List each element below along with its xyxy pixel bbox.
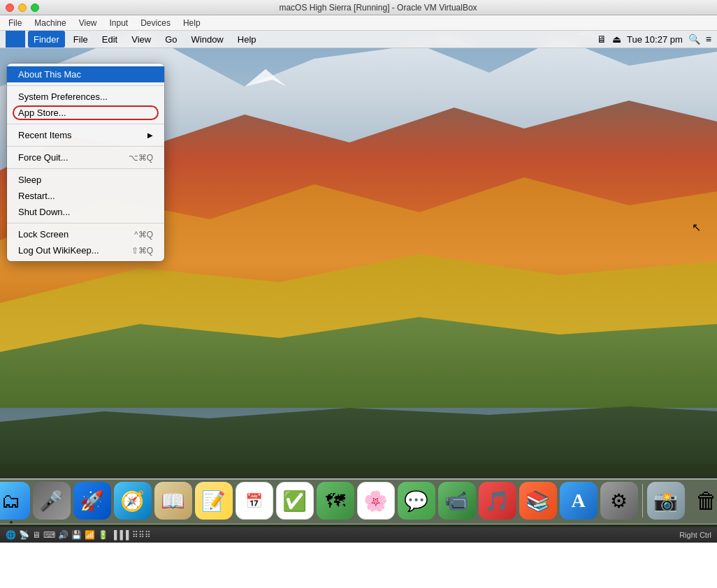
vbox-title: macOS High Sierra [Running] - Oracle VM … — [45, 3, 711, 13]
status-sound-icon: 🔊 — [58, 530, 68, 540]
menu-system-preferences[interactable]: System Preferences... — [7, 89, 164, 105]
dock-photos2[interactable]: 📖 — [154, 482, 192, 520]
status-bars-icon: ▐▐▐ — [111, 530, 129, 540]
vbox-menu-file[interactable]: File — [3, 17, 27, 29]
vbox-window-controls[interactable] — [6, 3, 39, 12]
menu-sleep[interactable]: Sleep — [7, 172, 164, 188]
dock-music[interactable]: 🎵 — [479, 482, 516, 520]
file-menu-item[interactable]: File — [68, 31, 94, 47]
separator-4 — [7, 168, 164, 169]
vbox-minimize-button[interactable] — [18, 3, 27, 12]
dock-area: 🗂 🎤 🚀 🧭 📖 📝 — [0, 469, 717, 527]
clock: Tue 10:27 pm — [627, 34, 683, 45]
status-more-icons: ⠿⠿⠿ — [132, 530, 151, 540]
window-menu-item[interactable]: Window — [186, 31, 229, 47]
display-icon: 🖥 — [597, 34, 607, 45]
notification-icon[interactable]: ≡ — [706, 34, 711, 45]
dock-maps[interactable]: 🗺 — [317, 482, 354, 520]
menu-log-out[interactable]: Log Out WikiKeep... ⇧⌘Q — [7, 242, 164, 258]
dock-appstore[interactable]: A — [560, 482, 598, 520]
apple-menu-button[interactable] — [6, 31, 25, 47]
status-battery-icon: 🔋 — [98, 530, 108, 540]
menu-app-store[interactable]: App Store... — [7, 105, 164, 121]
dock-finder[interactable]: 🗂 — [0, 482, 30, 520]
view-menu-item[interactable]: View — [126, 31, 157, 47]
separator-3 — [7, 146, 164, 147]
search-icon[interactable]: 🔍 — [688, 34, 700, 45]
dock-ibooks[interactable]: 📚 — [519, 482, 557, 520]
status-display-icon: 🖥 — [32, 530, 41, 540]
vbox-menu-help[interactable]: Help — [178, 17, 206, 29]
finder-active-dot — [10, 521, 13, 524]
status-network-icon: 📡 — [19, 530, 29, 540]
log-out-shortcut: ⇧⌘Q — [131, 246, 153, 256]
status-kb-icon: ⌨ — [43, 530, 55, 540]
go-menu-item[interactable]: Go — [159, 31, 182, 47]
finder-menu-item[interactable]: Finder — [28, 31, 65, 47]
vbox-titlebar: macOS High Sierra [Running] - Oracle VM … — [0, 0, 717, 15]
menu-shut-down[interactable]: Shut Down... — [7, 204, 164, 220]
vbox-menu-devices[interactable]: Devices — [135, 17, 176, 29]
force-quit-shortcut: ⌥⌘Q — [129, 153, 153, 163]
edit-menu-item[interactable]: Edit — [96, 31, 123, 47]
eject-icon: ⏏ — [612, 34, 621, 45]
vbox-menu-view[interactable]: View — [73, 17, 103, 29]
menu-about-this-mac[interactable]: About This Mac — [7, 66, 164, 82]
right-ctrl-label: Right Ctrl — [679, 531, 711, 539]
dock: 🗂 🎤 🚀 🧭 📖 📝 — [0, 478, 717, 524]
status-usb-icon: 💾 — [71, 530, 82, 540]
menu-recent-items[interactable]: Recent Items ▶ — [7, 127, 164, 143]
status-globe-icon: 🌐 — [6, 530, 16, 540]
dock-safari[interactable]: 🧭 — [114, 482, 152, 520]
svg-marker-8 — [0, 317, 717, 422]
dock-siri[interactable]: 🎤 — [33, 482, 71, 520]
dock-notes[interactable]: 📝 — [195, 482, 233, 520]
dock-separator — [642, 484, 643, 517]
dock-photos[interactable]: 🌸 — [357, 482, 395, 520]
dock-trash[interactable]: 🗑 — [688, 482, 718, 520]
menubar-right: 🖥 ⏏ Tue 10:27 pm 🔍 ≡ — [597, 34, 711, 45]
menu-restart[interactable]: Restart... — [7, 188, 164, 204]
separator-2 — [7, 124, 164, 124]
vbox-menu-input[interactable]: Input — [104, 17, 134, 29]
lock-screen-shortcut: ^⌘Q — [134, 230, 153, 240]
menu-force-quit[interactable]: Force Quit... ⌥⌘Q — [7, 149, 164, 166]
mac-menubar: Finder File Edit View Go Window Help 🖥 ⏏… — [0, 31, 717, 48]
vbox-close-button[interactable] — [6, 3, 14, 12]
separator-5 — [7, 223, 164, 223]
submenu-arrow-icon: ▶ — [147, 131, 153, 139]
apple-dropdown-menu: About This Mac System Preferences... App… — [7, 64, 164, 261]
dock-screenshot[interactable]: 📸 — [647, 482, 685, 520]
separator-1 — [7, 85, 164, 86]
dock-calendar[interactable]: 📅 — [236, 482, 273, 520]
status-bar-right: Right Ctrl — [679, 531, 711, 539]
vbox-menubar: File Machine View Input Devices Help — [0, 15, 717, 31]
dock-messages[interactable]: 💬 — [398, 482, 435, 520]
dock-facetime[interactable]: 📹 — [438, 482, 476, 520]
status-wifi-icon: 📶 — [85, 530, 95, 540]
dock-reminders[interactable]: ✅ — [276, 482, 314, 520]
vbox-maximize-button[interactable] — [31, 3, 39, 12]
desktop: Finder File Edit View Go Window Help 🖥 ⏏… — [0, 31, 717, 527]
dock-system-preferences[interactable]: ⚙ — [600, 482, 638, 520]
menu-lock-screen[interactable]: Lock Screen ^⌘Q — [7, 226, 164, 242]
status-bar: 🌐 📡 🖥 ⌨ 🔊 💾 📶 🔋 ▐▐▐ ⠿⠿⠿ Right Ctrl — [0, 527, 717, 543]
dock-launchpad[interactable]: 🚀 — [73, 482, 111, 520]
help-menu-item[interactable]: Help — [232, 31, 262, 47]
vbox-menu-machine[interactable]: Machine — [29, 17, 71, 29]
